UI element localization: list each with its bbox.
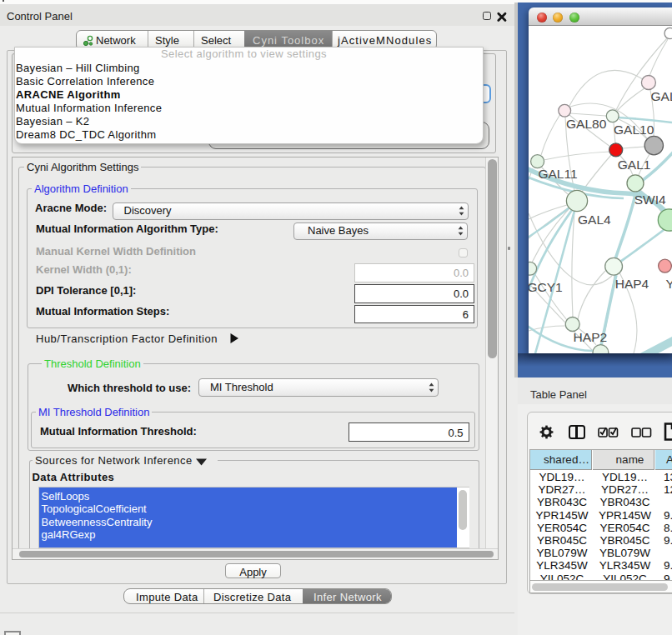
svg-text:GAL80: GAL80: [566, 117, 607, 131]
svg-text:HAP2: HAP2: [574, 330, 608, 344]
svg-text:GAL: GAL: [651, 89, 672, 103]
svg-text:GAL4: GAL4: [578, 212, 611, 227]
svg-text:GCY1: GCY1: [529, 280, 563, 294]
svg-text:GAL10: GAL10: [614, 122, 654, 137]
svg-text:GAL11: GAL11: [538, 167, 577, 181]
svg-text:SWI4: SWI4: [634, 192, 666, 207]
svg-text:Y: Y: [665, 277, 672, 291]
svg-text:GAL1: GAL1: [618, 158, 651, 172]
svg-text:HAP4: HAP4: [615, 277, 649, 291]
